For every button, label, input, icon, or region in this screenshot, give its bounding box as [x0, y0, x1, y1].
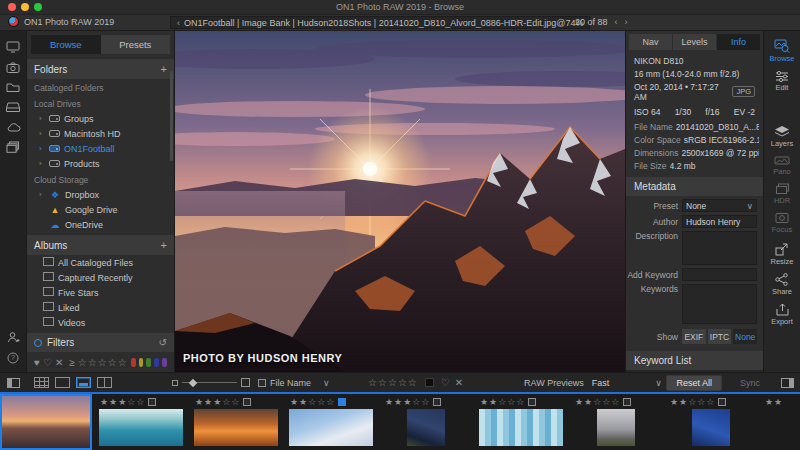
disclosure-icon[interactable]: › [39, 190, 45, 199]
module-focus[interactable]: Focus [772, 212, 792, 234]
thumb-rating[interactable]: ★★☆☆☆ [575, 397, 620, 407]
thumb-color-label-blue[interactable] [338, 398, 346, 406]
thumb-image[interactable] [692, 409, 730, 446]
breadcrumb-back-icon[interactable]: ‹ [177, 18, 180, 28]
thumbnail[interactable]: ★★★☆☆ [95, 394, 187, 450]
album-item-liked[interactable]: Liked [27, 300, 174, 315]
albums-stack-icon[interactable] [6, 141, 20, 153]
thumb-image[interactable] [194, 409, 278, 446]
gte-filter-icon[interactable]: ≥ [69, 357, 75, 368]
module-resize[interactable]: Resize [771, 243, 794, 266]
tab-nav[interactable]: Nav [629, 34, 672, 50]
star-rating-control[interactable]: ☆☆☆☆☆ [368, 377, 418, 388]
albums-panel-header[interactable]: Albums + [27, 235, 174, 255]
thumb-checkbox[interactable] [433, 398, 441, 406]
thumbnail[interactable]: ★★☆☆☆ [665, 394, 757, 450]
thumb-checkbox[interactable] [528, 398, 536, 406]
grid-view-button[interactable] [34, 377, 49, 388]
color-label-control[interactable] [425, 378, 434, 387]
toggle-left-panel-button[interactable] [7, 378, 20, 388]
thumb-checkbox[interactable] [623, 398, 631, 406]
show-none-button[interactable]: None [733, 329, 757, 344]
disclosure-icon[interactable]: › [39, 144, 45, 153]
color-label-purple[interactable] [162, 358, 167, 367]
disclosure-icon[interactable]: › [39, 114, 45, 123]
thumb-image[interactable] [289, 409, 373, 446]
thumb-rating[interactable]: ★★☆☆☆ [670, 397, 715, 407]
color-label-red[interactable] [131, 358, 136, 367]
thumb-rating[interactable]: ★★☆☆☆ [480, 397, 525, 407]
folder-item-macintosh-hd[interactable]: › Macintosh HD [27, 126, 174, 141]
thumbnail[interactable]: ★★☆☆☆ [285, 394, 377, 450]
slider-handle[interactable] [189, 378, 197, 386]
show-iptc-button[interactable]: IPTC [708, 329, 732, 344]
color-label-blue[interactable] [154, 358, 159, 367]
module-layers[interactable]: Layers [771, 125, 794, 148]
user-account-icon[interactable] [7, 331, 20, 344]
drive-icon[interactable] [6, 102, 20, 113]
folder-icon[interactable] [6, 82, 20, 93]
thumbnail[interactable]: ★★☆☆☆ [570, 394, 662, 450]
thumb-image[interactable] [597, 409, 635, 446]
keywords-field[interactable] [682, 284, 757, 324]
sort-selector[interactable]: File Name ∨ [258, 378, 330, 388]
thumb-image[interactable] [479, 409, 563, 446]
folder-item-onedrive[interactable]: ☁ OneDrive [27, 217, 174, 232]
photo-view-button[interactable] [55, 377, 70, 388]
camera-icon[interactable] [6, 62, 20, 73]
rejected-filter-icon[interactable]: ✕ [55, 357, 63, 368]
folder-item-products[interactable]: › Products [27, 156, 174, 171]
cloud-icon[interactable] [6, 122, 21, 132]
next-photo-button[interactable]: › [625, 17, 628, 27]
help-icon[interactable]: ? [7, 352, 19, 364]
compare-view-button[interactable] [97, 377, 112, 388]
album-item-captured-recently[interactable]: Captured Recently [27, 270, 174, 285]
folder-item-groups[interactable]: › Groups [27, 111, 174, 126]
thumb-rating[interactable]: ★★☆☆☆ [290, 397, 335, 407]
tab-levels[interactable]: Levels [673, 34, 716, 50]
module-share[interactable]: Share [772, 273, 792, 296]
tab-browse[interactable]: Browse [31, 35, 101, 54]
reset-all-button[interactable]: Reset All [666, 375, 722, 391]
thumb-rating[interactable]: ★★ [765, 397, 783, 407]
folder-item-google-drive[interactable]: ▲ Google Drive [27, 202, 174, 217]
color-label-green[interactable] [146, 358, 151, 367]
folder-item-dropbox[interactable]: › ❖ Dropbox [27, 187, 174, 202]
metadata-panel-header[interactable]: Metadata [626, 177, 763, 196]
tab-info[interactable]: Info [717, 34, 760, 50]
sync-button[interactable]: Sync [730, 375, 770, 391]
disclosure-icon[interactable]: › [39, 129, 45, 138]
thumbnail[interactable]: ★★★☆☆ [380, 394, 472, 450]
module-edit[interactable]: Edit [775, 70, 789, 92]
thumb-rating[interactable]: ★★★☆☆ [195, 397, 240, 407]
thumbnail-selected[interactable] [0, 394, 92, 450]
prev-photo-button[interactable]: ‹ [615, 17, 618, 27]
thumbnail-size-slider[interactable] [172, 378, 250, 387]
tab-presets[interactable]: Presets [101, 35, 171, 54]
disclosure-icon[interactable]: › [39, 159, 45, 168]
preset-select[interactable]: None ∨ [682, 199, 757, 212]
liked-filter-icon[interactable]: ♥ [34, 357, 40, 368]
add-folder-button[interactable]: + [161, 63, 167, 75]
sidebar-scrollbar[interactable] [170, 71, 173, 161]
sort-checkbox[interactable] [258, 379, 266, 387]
thumbnail[interactable]: ★★☆☆☆ [475, 394, 567, 450]
album-item-all-cataloged[interactable]: All Cataloged Files [27, 255, 174, 270]
thumb-rating[interactable]: ★★★☆☆ [385, 397, 430, 407]
color-label-yellow[interactable] [139, 358, 144, 367]
thumbnail[interactable]: ★★★☆☆ [190, 394, 282, 450]
thumb-checkbox[interactable] [243, 398, 251, 406]
thumb-image[interactable] [99, 409, 183, 446]
filmstrip-view-button[interactable] [76, 377, 91, 388]
thumb-image[interactable] [407, 409, 445, 446]
module-pano[interactable]: Pano [773, 155, 791, 176]
add-keyword-field[interactable] [682, 268, 757, 281]
module-browse[interactable]: Browse [769, 39, 794, 63]
module-hdr[interactable]: HDR [774, 183, 790, 205]
reject-control[interactable]: ✕ [455, 377, 464, 388]
desktop-icon[interactable] [6, 41, 20, 53]
album-item-videos[interactable]: Videos [27, 315, 174, 330]
star-filter[interactable]: ☆☆☆☆☆ [78, 357, 128, 368]
thumbnail-partial[interactable]: ★★ [760, 394, 780, 450]
description-field[interactable] [682, 231, 757, 265]
